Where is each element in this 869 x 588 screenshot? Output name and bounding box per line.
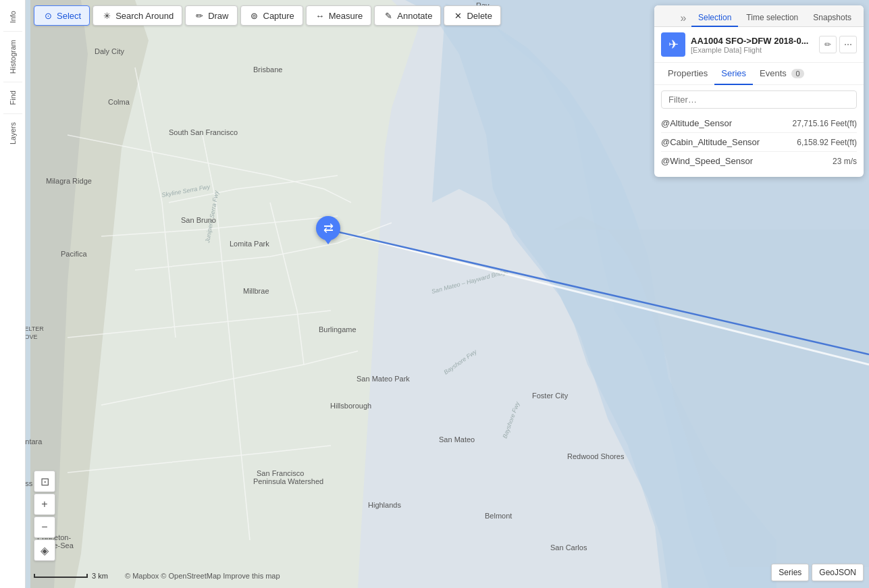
svg-text:Burlingame: Burlingame <box>319 325 357 333</box>
series-value-cabin-altitude: 6,158.92 Feet(ft) <box>797 138 857 147</box>
sidebar-divider-1 <box>3 31 22 32</box>
measure-button[interactable]: ↔ Measure <box>306 5 372 26</box>
toolbar: ⊙ Select ✳ Search Around ✏ Draw ⊚ Captur… <box>34 5 501 26</box>
annotate-icon: ✎ <box>383 10 394 21</box>
search-around-button[interactable]: ✳ Search Around <box>93 5 182 26</box>
scale-bar: 3 km <box>34 572 108 580</box>
svg-text:Millbrae: Millbrae <box>243 287 269 295</box>
annotate-button[interactable]: ✎ Annotate <box>374 5 441 26</box>
svg-text:Belmont: Belmont <box>485 512 512 520</box>
side-panel-header-tabs: » Selection Time selection Snapshots <box>654 5 864 27</box>
flight-more-button[interactable]: ⋯ <box>839 36 857 53</box>
draw-icon: ✏ <box>194 10 205 21</box>
select-icon: ⊙ <box>43 10 53 21</box>
svg-text:San Bruno: San Bruno <box>181 216 216 224</box>
svg-text:Highlands: Highlands <box>368 501 401 509</box>
flight-icon: ✈ <box>661 32 685 57</box>
flight-actions: ✏ ⋯ <box>819 36 857 53</box>
series-item-cabin-altitude: @Cabin_Altitude_Sensor 6,158.92 Feet(ft) <box>661 133 857 152</box>
sidebar-divider-2 <box>3 82 22 82</box>
sidebar-divider-3 <box>3 113 22 114</box>
tab-snapshots[interactable]: Snapshots <box>806 9 858 27</box>
svg-text:South San Francisco: South San Francisco <box>169 128 238 136</box>
series-view-button[interactable]: Series <box>771 564 809 581</box>
series-filter-input[interactable] <box>661 90 857 109</box>
svg-text:Milagra Ridge: Milagra Ridge <box>46 177 92 185</box>
map-attribution: © Mapbox © OpenStreetMap Improve this ma… <box>125 572 280 580</box>
side-panel: » Selection Time selection Snapshots ✈ A… <box>654 5 864 177</box>
svg-text:San Mateo Park: San Mateo Park <box>357 375 410 383</box>
sidebar-item-histogram[interactable]: Histogram <box>9 34 17 79</box>
draw-button[interactable]: ✏ Draw <box>185 5 237 26</box>
svg-text:San Mateo: San Mateo <box>439 435 475 444</box>
series-name-cabin-altitude: @Cabin_Altitude_Sensor <box>661 137 760 147</box>
left-sidebar: Info Histogram Find Layers <box>0 0 26 588</box>
geojson-view-button[interactable]: GeoJSON <box>812 564 864 581</box>
flight-item: ✈ AA1004 SFO->DFW 2018-0... [Example Dat… <box>654 27 864 63</box>
capture-button[interactable]: ⊚ Capture <box>240 5 303 26</box>
delete-icon: ✕ <box>452 10 463 21</box>
detail-tabs: Properties Series Events 0 <box>654 63 864 85</box>
svg-text:Redwood Shores: Redwood Shores <box>567 452 625 460</box>
tab-time-selection[interactable]: Time selection <box>739 9 805 27</box>
search-around-icon: ✳ <box>101 10 112 21</box>
series-list: @Altitude_Sensor 27,715.16 Feet(ft) @Cab… <box>654 114 864 177</box>
flight-info: AA1004 SFO->DFW 2018-0... [Example Data]… <box>691 36 814 54</box>
tab-events[interactable]: Events 0 <box>753 63 810 85</box>
svg-text:San Francisco: San Francisco <box>257 469 304 477</box>
svg-text:Peninsula Watershed: Peninsula Watershed <box>253 477 323 485</box>
delete-button[interactable]: ✕ Delete <box>444 5 501 26</box>
tab-selection[interactable]: Selection <box>691 9 738 27</box>
sidebar-item-find[interactable]: Find <box>9 85 17 110</box>
events-badge: 0 <box>791 69 804 78</box>
fit-to-screen-button[interactable]: ⊡ <box>34 471 55 492</box>
series-item-wind-speed: @Wind_Speed_Sensor 23 m/s <box>661 152 857 170</box>
series-name-altitude: @Altitude_Sensor <box>661 118 732 128</box>
bottom-right-buttons: Series GeoJSON <box>771 564 864 581</box>
panel-collapse-button[interactable]: » <box>677 11 690 25</box>
svg-text:Pacifica: Pacifica <box>61 250 87 258</box>
svg-text:Brisbane: Brisbane <box>253 65 282 74</box>
zoom-in-button[interactable]: + <box>34 493 55 515</box>
scale-line <box>34 574 88 578</box>
series-value-wind-speed: 23 m/s <box>833 157 857 166</box>
series-name-wind-speed: @Wind_Speed_Sensor <box>661 156 753 166</box>
flight-edit-button[interactable]: ✏ <box>819 36 837 53</box>
flight-pin[interactable]: ⇄ <box>316 216 340 240</box>
flight-title: AA1004 SFO->DFW 2018-0... <box>691 36 814 46</box>
svg-text:Colma: Colma <box>108 98 130 106</box>
svg-text:Hillsborough: Hillsborough <box>330 402 371 410</box>
svg-text:Lomita Park: Lomita Park <box>230 240 269 248</box>
series-item-altitude: @Altitude_Sensor 27,715.16 Feet(ft) <box>661 114 857 133</box>
svg-text:Daly City: Daly City <box>95 47 125 55</box>
tab-series[interactable]: Series <box>714 63 753 85</box>
svg-text:San Carlos: San Carlos <box>550 543 587 552</box>
sidebar-item-info[interactable]: Info <box>9 5 17 28</box>
select-button[interactable]: ⊙ Select <box>34 5 90 26</box>
capture-icon: ⊚ <box>249 10 260 21</box>
map-controls: ⊡ + − ◈ <box>34 471 55 561</box>
tab-properties[interactable]: Properties <box>661 63 714 85</box>
scale-label: 3 km <box>92 572 108 580</box>
compass-button[interactable]: ◈ <box>34 539 55 561</box>
sidebar-item-layers[interactable]: Layers <box>9 117 17 150</box>
flight-pin-bubble: ⇄ <box>316 216 340 240</box>
measure-icon: ↔ <box>315 10 325 21</box>
zoom-out-button[interactable]: − <box>34 516 55 538</box>
series-value-altitude: 27,715.16 Feet(ft) <box>793 119 857 128</box>
svg-text:Foster City: Foster City <box>532 392 569 400</box>
flight-subtitle: [Example Data] Flight <box>691 46 814 54</box>
